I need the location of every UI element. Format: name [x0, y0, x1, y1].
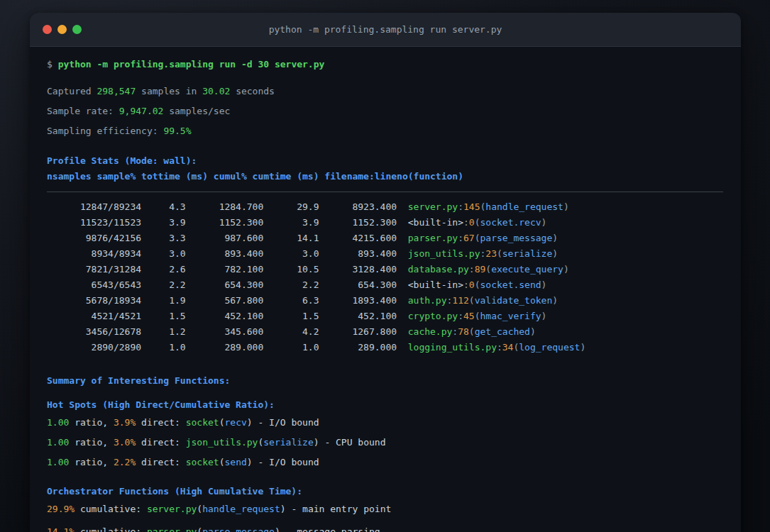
text-segment: 298,547 — [97, 86, 136, 96]
text-segment: hmac_verify — [480, 311, 541, 321]
text-segment: - I/O bound — [253, 457, 319, 467]
text-segment: ) — [247, 457, 253, 467]
profile-stats-heading: Profile Stats (Mode: wall): — [47, 153, 741, 169]
text-segment: 12847/89234 4.3 1284.700 29.9 8923.400 — [47, 201, 408, 212]
text-segment: 7821/31284 2.6 782.100 10.5 3128.400 — [47, 264, 408, 275]
table-row: 7821/31284 2.6 782.100 10.5 3128.400 dat… — [47, 262, 741, 277]
text-segment: logging_utils.py — [408, 342, 497, 353]
hotspot-line: 1.00 ratio, 2.2% direct: socket(send) - … — [47, 455, 741, 470]
text-segment: ( — [219, 417, 225, 428]
text-segment: 2890/2890 1.0 289.000 1.0 289.000 — [47, 342, 408, 353]
text-segment: ratio, — [69, 437, 114, 448]
close-button[interactable] — [43, 25, 52, 34]
command-line: $ python -m profiling.sampling run -d 30… — [47, 57, 741, 72]
text-segment: $ — [47, 59, 58, 70]
table-row: 2890/2890 1.0 289.000 1.0 289.000 loggin… — [47, 340, 741, 355]
table-row: 6543/6543 2.2 654.300 2.2 654.300 <built… — [47, 277, 741, 293]
text-segment: serialize — [263, 437, 313, 448]
table-row: 9876/42156 3.3 987.600 14.1 4215.600 par… — [47, 231, 741, 246]
text-segment: 9876/42156 3.3 987.600 14.1 4215.600 — [47, 233, 408, 243]
text-segment: 3.0% — [114, 437, 136, 448]
summary-heading: Summary of Interesting Functions: — [47, 373, 741, 389]
text-segment: samples/sec — [163, 106, 230, 116]
text-segment: - CPU bound — [319, 437, 386, 448]
text-segment: auth.py — [408, 295, 447, 306]
text-segment: execute_query — [491, 264, 563, 275]
text-segment: - message parsing — [280, 526, 380, 532]
text-segment: ) — [552, 295, 558, 306]
terminal-content[interactable]: $ python -m profiling.sampling run -d 30… — [30, 47, 741, 532]
text-segment: json_utils.py — [408, 248, 480, 259]
text-segment: 34 — [502, 342, 514, 353]
text-segment: 1.00 — [47, 457, 69, 467]
text-segment: socket.send — [480, 279, 541, 290]
text-segment: server.py — [147, 504, 197, 514]
text-segment: Hot Spots (High Direct/Cumulative Ratio)… — [47, 399, 275, 410]
text-segment: 1.00 — [47, 437, 69, 448]
table-column-headers: nsamples sample% tottime (ms) cumul% cum… — [47, 169, 741, 184]
text-segment: direct: — [136, 437, 185, 448]
text-segment: : — [463, 217, 469, 228]
efficiency-stat: Sampling efficiency: 99.5% — [47, 123, 741, 139]
text-segment: Profile Stats (Mode: wall): — [47, 155, 197, 166]
text-segment: 67 — [463, 233, 475, 243]
text-segment: 14.1% — [47, 526, 75, 532]
text-segment: 5678/18934 1.9 567.800 6.3 1893.400 — [47, 295, 408, 306]
text-segment: : — [469, 264, 475, 275]
text-segment: Captured — [47, 86, 97, 96]
text-segment: parse_message — [480, 233, 553, 243]
text-segment: cumulative: — [75, 504, 147, 514]
hotspots-heading: Hot Spots (High Direct/Cumulative Ratio)… — [47, 397, 741, 413]
text-segment: ) — [247, 417, 253, 428]
orchestrator-line: 14.1% cumulative: parser.py(parse_messag… — [47, 524, 741, 532]
text-segment: : — [463, 279, 469, 290]
text-segment: send — [225, 457, 247, 467]
hotspot-line: 1.00 ratio, 3.9% direct: socket(recv) - … — [47, 415, 741, 431]
text-segment: ( — [475, 311, 480, 321]
window-title: python -m profiling.sampling run server.… — [269, 24, 502, 35]
minimize-button[interactable] — [57, 25, 67, 34]
table-row: 5678/18934 1.9 567.800 6.3 1893.400 auth… — [47, 293, 741, 309]
text-segment: json_utils.py — [186, 437, 258, 448]
captured-stat: Captured 298,547 samples in 30.02 second… — [47, 84, 741, 99]
text-segment: 0 — [469, 217, 475, 228]
hotspot-line: 1.00 ratio, 3.0% direct: json_utils.py(s… — [47, 435, 741, 450]
text-segment: ( — [197, 504, 202, 514]
text-segment: socket — [186, 457, 219, 467]
text-segment: ) — [541, 279, 547, 290]
text-segment: database.py — [408, 264, 469, 275]
text-segment: 45 — [463, 311, 475, 321]
text-segment: ) — [530, 326, 536, 337]
text-segment: socket.recv — [480, 217, 541, 228]
text-segment: recv — [225, 417, 247, 428]
text-segment: ) — [280, 504, 286, 514]
text-segment: seconds — [230, 86, 275, 96]
traffic-lights — [43, 13, 82, 46]
text-segment: 29.9% — [47, 504, 75, 514]
text-segment: 99.5% — [163, 126, 191, 136]
text-segment: 3456/12678 1.2 345.600 4.2 1267.800 — [47, 326, 408, 337]
text-segment: 78 — [458, 326, 469, 337]
table-row: 3456/12678 1.2 345.600 4.2 1267.800 cach… — [47, 324, 741, 340]
text-segment: : — [497, 342, 502, 353]
text-segment: <built-in> — [408, 279, 463, 290]
text-segment: validate_token — [475, 295, 553, 306]
text-segment: parser.py — [147, 526, 197, 532]
table-row: 8934/8934 3.0 893.400 3.0 893.400 json_u… — [47, 246, 741, 262]
text-segment: <built-in> — [408, 217, 463, 228]
text-segment: direct: — [136, 457, 185, 467]
text-segment: parser.py — [408, 233, 458, 243]
text-segment: 6543/6543 2.2 654.300 2.2 654.300 — [47, 279, 408, 290]
orchestrator-heading: Orchestrator Functions (High Cumulative … — [47, 484, 741, 499]
text-segment: ( — [475, 233, 480, 243]
text-segment: Sampling efficiency: — [47, 126, 163, 136]
text-segment: samples in — [136, 86, 202, 96]
text-segment: ) — [580, 342, 585, 353]
text-segment: parse_message — [202, 526, 275, 532]
text-segment: cache.py — [408, 326, 453, 337]
text-segment: 112 — [452, 295, 468, 306]
zoom-button[interactable] — [72, 25, 82, 34]
terminal-window: python -m profiling.sampling run server.… — [30, 13, 741, 532]
text-segment: serialize — [502, 248, 552, 259]
text-segment: ( — [497, 248, 502, 259]
